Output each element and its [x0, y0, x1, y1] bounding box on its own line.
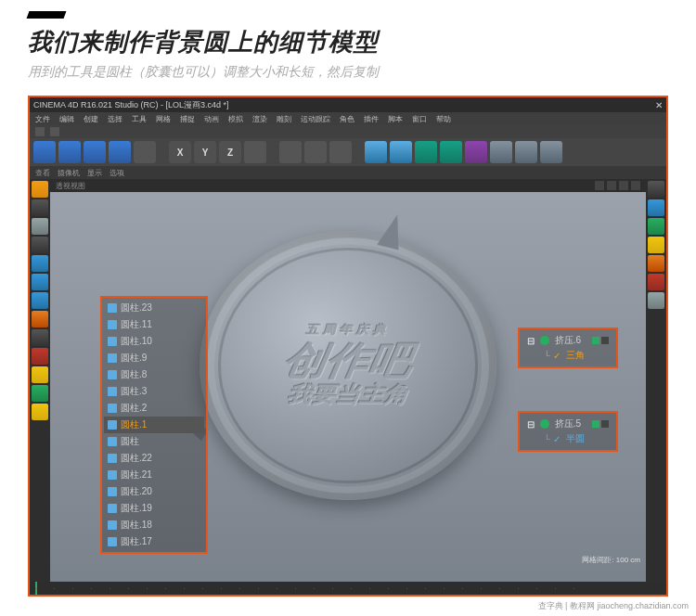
menu-track[interactable]: 运动跟踪 [301, 114, 330, 124]
redo-icon[interactable] [50, 127, 59, 136]
environment-icon[interactable] [490, 141, 512, 163]
object-manager-panel[interactable]: 圆柱.23圆柱.11圆柱.10圆柱.9圆柱.8圆柱.3圆柱.2圆柱.1圆柱圆柱.… [100, 296, 208, 554]
submenu-options[interactable]: 选项 [110, 168, 124, 178]
menu-select[interactable]: 选择 [108, 114, 122, 124]
dynamics-icon[interactable] [648, 274, 664, 290]
z-axis-icon[interactable]: Z [219, 141, 241, 163]
viewport-pan-icon[interactable] [619, 181, 628, 190]
keyframe-sel-icon[interactable] [648, 596, 661, 597]
timeline[interactable] [30, 582, 666, 595]
camera-icon[interactable] [515, 141, 537, 163]
object-row[interactable]: 圆柱.8 [104, 366, 204, 383]
live-select-icon[interactable] [33, 141, 56, 163]
locked-workplane-icon[interactable] [32, 385, 48, 402]
undo-icon[interactable] [35, 127, 45, 136]
menu-script[interactable]: 脚本 [388, 114, 403, 124]
tweak-icon[interactable] [32, 329, 48, 346]
object-row[interactable]: 圆柱.11 [104, 316, 204, 333]
menu-mesh[interactable]: 网格 [156, 114, 171, 124]
extrude2-child[interactable]: └ ✓ 半圆 [527, 431, 609, 446]
menu-file[interactable]: 文件 [35, 114, 50, 124]
viewport-zoom-icon[interactable] [607, 181, 616, 190]
extrude-group-1[interactable]: ⊟挤压.6 └ ✓ 三角 [518, 327, 618, 368]
object-row[interactable]: 圆柱.21 [104, 467, 204, 483]
nurbs-icon[interactable] [415, 141, 437, 163]
sketch-icon[interactable] [648, 237, 664, 253]
texture-mode-icon[interactable] [32, 218, 48, 235]
coord-system-icon[interactable] [244, 141, 266, 163]
menu-plugins[interactable]: 插件 [364, 114, 379, 124]
record-icon[interactable] [616, 596, 629, 597]
extrude2-name[interactable]: 挤压.5 [555, 417, 581, 430]
submenu-view[interactable]: 查看 [35, 168, 50, 178]
axis-mode-icon[interactable] [32, 311, 48, 327]
prev-frame-icon[interactable] [520, 596, 533, 597]
menu-simulate[interactable]: 模拟 [228, 114, 243, 124]
object-row[interactable]: 圆柱 [104, 433, 204, 450]
light-icon[interactable] [540, 141, 562, 163]
object-row[interactable]: 圆柱.1 [104, 417, 204, 433]
object-row[interactable]: 圆柱.20 [104, 483, 204, 500]
menu-edit[interactable]: 编辑 [59, 114, 74, 124]
snap-enable-icon[interactable] [32, 366, 48, 383]
menu-render[interactable]: 渲染 [252, 114, 267, 124]
deformer-icon[interactable] [465, 141, 487, 163]
render-settings-icon[interactable] [304, 141, 327, 163]
visibility-render-icon[interactable] [601, 337, 609, 344]
y-axis-icon[interactable]: Y [194, 141, 216, 163]
menu-tools[interactable]: 工具 [132, 114, 147, 124]
extrude1-child[interactable]: └ ✓ 三角 [527, 348, 609, 363]
object-row[interactable]: 圆柱.17 [104, 533, 204, 550]
rotate-icon[interactable] [109, 141, 131, 163]
workplane-icon[interactable] [32, 237, 48, 253]
picture-viewer-icon[interactable] [329, 141, 352, 163]
object-row[interactable]: 圆柱.3 [104, 383, 204, 400]
autokey-icon[interactable] [632, 596, 645, 597]
recent-tool-icon[interactable] [134, 141, 156, 163]
render-view-icon[interactable] [279, 141, 302, 163]
collapse-icon[interactable]: ⊟ [527, 336, 535, 346]
perspective-viewport[interactable]: 透视视图 五周年庆典 创作吧 我要当主角 圆柱.23圆柱.11圆柱.10圆柱.9… [50, 179, 646, 582]
viewport-toggle-icon[interactable] [631, 181, 640, 190]
edge-mode-icon[interactable] [32, 274, 48, 290]
next-frame-icon[interactable] [551, 596, 564, 597]
prev-key-icon[interactable] [504, 596, 517, 597]
polygon-mode-icon[interactable] [32, 292, 48, 309]
viewport-nav-icon[interactable] [595, 181, 604, 190]
extrude-group-2[interactable]: ⊟挤压.5 └ ✓ 半圆 [518, 411, 618, 452]
play-icon[interactable] [535, 596, 548, 597]
spline-pen-icon[interactable] [390, 141, 412, 163]
object-row[interactable]: 圆柱.2 [104, 400, 204, 417]
close-icon[interactable]: ✕ [655, 100, 663, 110]
object-row[interactable]: 圆柱.10 [104, 333, 204, 350]
extrude1-name[interactable]: 挤压.6 [555, 334, 581, 347]
make-editable-icon[interactable] [32, 181, 48, 198]
goto-start-icon[interactable] [488, 596, 501, 597]
object-row[interactable]: 圆柱.9 [104, 350, 204, 366]
character-icon[interactable] [648, 218, 664, 235]
thinking-particles-icon[interactable] [648, 255, 664, 272]
menu-character[interactable]: 角色 [340, 114, 354, 124]
menu-animate[interactable]: 动画 [204, 114, 219, 124]
viewport-solo-icon[interactable] [32, 348, 48, 365]
medallion-model[interactable]: 五周年庆典 创作吧 我要当主角 [200, 231, 496, 500]
object-row[interactable]: 圆柱.22 [104, 450, 204, 467]
model-mode-icon[interactable] [32, 199, 48, 216]
x-axis-icon[interactable]: X [169, 141, 191, 163]
visibility-render-icon[interactable] [601, 420, 609, 428]
array-icon[interactable] [440, 141, 462, 163]
object-row[interactable]: 圆柱.23 [104, 300, 204, 316]
goto-end-icon[interactable] [583, 596, 596, 597]
hair-icon[interactable] [648, 199, 664, 216]
menu-create[interactable]: 创建 [84, 114, 98, 124]
sculpt-icon[interactable] [648, 292, 664, 309]
menu-help[interactable]: 帮助 [436, 114, 451, 124]
visibility-editor-icon[interactable] [592, 337, 599, 344]
primitive-cube-icon[interactable] [365, 141, 387, 163]
collapse-icon[interactable]: ⊟ [527, 419, 535, 430]
submenu-camera[interactable]: 摄像机 [58, 168, 80, 178]
object-row[interactable]: 圆柱.18 [104, 517, 204, 533]
next-key-icon[interactable] [567, 596, 580, 597]
submenu-display[interactable]: 显示 [87, 168, 102, 178]
object-row[interactable]: 圆柱.19 [104, 500, 204, 517]
